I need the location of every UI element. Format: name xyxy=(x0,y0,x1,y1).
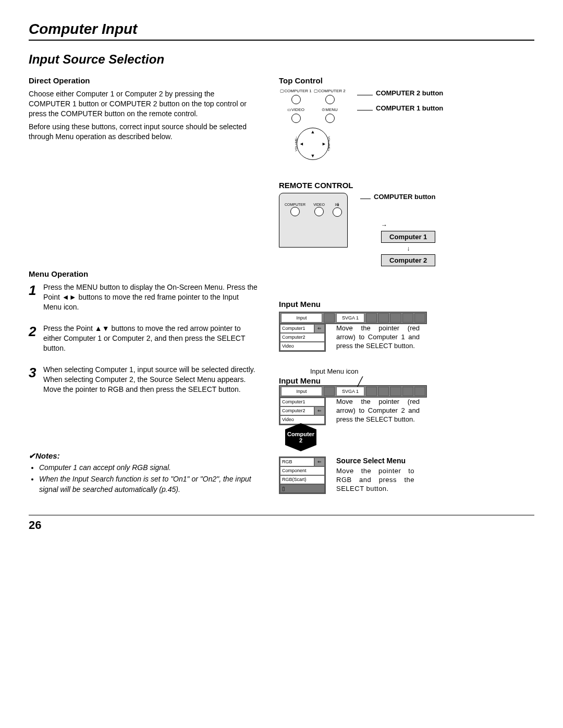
menu-button[interactable] xyxy=(325,114,335,123)
section-title: Input Source Selection xyxy=(29,52,534,67)
video-button[interactable] xyxy=(291,114,301,123)
tc-label-c2: COMPUTER 2 xyxy=(318,89,345,93)
step-number: 2 xyxy=(29,324,43,353)
page-number: 26 xyxy=(29,515,534,532)
step-2-text: Press the Point ▲▼ buttons to move the r… xyxy=(43,324,258,353)
note-item: Computer 1 can accept only RGB signal. xyxy=(39,463,258,473)
menu-operation-heading: Menu Operation xyxy=(29,269,258,278)
menu-icon xyxy=(378,387,389,396)
menu-tab-input: Input xyxy=(281,313,322,323)
input-menu-icon-label: Input Menu icon xyxy=(310,367,534,375)
dpad[interactable]: ▲ ▼ ◄ ► VOLUME− VOLUME+ xyxy=(297,128,329,160)
input-menu-heading: Input Menu xyxy=(279,300,534,309)
input-menu-heading: Input Menu xyxy=(279,376,321,385)
step-3a-text: When selecting Computer 1, input source … xyxy=(43,365,258,375)
step-number: 3 xyxy=(29,365,43,394)
menu-item[interactable]: Computer2 xyxy=(280,333,325,342)
menu-icon xyxy=(414,387,425,396)
tc-label-c1: COMPUTER 1 xyxy=(284,89,311,93)
up-arrow-icon: ▲ xyxy=(311,129,315,134)
remote-label-video: VIDEO xyxy=(313,203,325,206)
ss-item[interactable]: Component xyxy=(280,466,325,475)
chapter-title: Computer Input xyxy=(29,21,534,41)
direct-operation-p1: Choose either Computer 1 or Computer 2 b… xyxy=(29,89,258,119)
ss-item[interactable]: RGB(Scart) xyxy=(280,475,325,484)
step-3b-text: When selecting Computer 2, the Source Se… xyxy=(43,375,258,394)
direct-operation-p2: Before using these buttons, correct inpu… xyxy=(29,122,258,142)
left-column: Direct Operation Choose either Computer … xyxy=(29,76,258,510)
left-arrow-icon: ◄ xyxy=(299,141,304,146)
right-arrow-icon: ► xyxy=(322,141,326,146)
menu-icon xyxy=(324,313,335,323)
menu-icon xyxy=(366,313,377,323)
menu-icon xyxy=(324,387,335,396)
input-menu-1: Input Menu Input SVGA 1 Computer1⇐ Compu… xyxy=(279,300,534,352)
computer2-callout: COMPUTER 2 button xyxy=(376,89,443,97)
menu-item[interactable]: Computer1 xyxy=(280,324,314,333)
menu-icon xyxy=(402,387,413,396)
computer1-button[interactable] xyxy=(291,95,301,104)
computer1-callout: COMPUTER 1 button xyxy=(376,104,443,112)
vol-up-label: VOLUME+ xyxy=(328,137,331,152)
vol-down-label: VOLUME− xyxy=(295,137,298,152)
notes-block: ✔Notes: Computer 1 can accept only RGB s… xyxy=(29,451,258,495)
menu-item[interactable]: Computer2 xyxy=(280,406,314,415)
note-item: When the Input Search function is set to… xyxy=(39,474,258,495)
tc-label-video: VIDEO xyxy=(291,107,304,112)
remote-control-heading: REMOTE CONTROL xyxy=(279,181,534,190)
source-select-desc: Move the pointer to RGB and press the SE… xyxy=(336,467,414,493)
remote-computer-button[interactable] xyxy=(290,207,300,216)
menu-icon xyxy=(378,313,389,323)
arrow-icon: ⇐ xyxy=(314,406,325,415)
menu-tab-input: Input xyxy=(281,387,322,396)
computer2-button[interactable] xyxy=(325,95,335,104)
return-icon[interactable]: ▯ xyxy=(280,484,325,493)
step-1: 1 Press the MENU button to display the O… xyxy=(29,282,258,312)
remote-control-figure: COMPUTER VIDEO I/ϕ COMPUTER b xyxy=(279,193,534,268)
input-menu-2: Input Menu icon Input Menu ╱ Input SVGA … xyxy=(279,367,534,494)
step-2: 2 Press the Point ▲▼ buttons to move the… xyxy=(29,324,258,353)
menu-svga: SVGA 1 xyxy=(336,313,364,323)
leader-line-icon: ╱ xyxy=(357,379,363,385)
remote-power-button[interactable] xyxy=(333,207,342,217)
top-control-figure: ▢COMPUTER 1 ▢COMPUTER 2 ▭VIDEO ⊙MENU xyxy=(279,88,534,160)
menu-icon xyxy=(390,313,401,323)
menu-item[interactable]: Video xyxy=(280,342,325,351)
computer-button-callout: COMPUTER button xyxy=(374,193,435,201)
menu-svga: SVGA 1 xyxy=(336,387,364,396)
computer2-badge: Computer 2 xyxy=(285,429,316,445)
down-arrow-icon: ▼ xyxy=(311,153,315,158)
remote-label-power: I/ϕ xyxy=(333,203,342,207)
ss-item[interactable]: RGB xyxy=(280,458,314,466)
source-select-heading: Source Select Menu xyxy=(336,456,414,465)
menu-icon xyxy=(402,313,413,323)
arrow-icon: ⇐ xyxy=(314,324,325,333)
menu-icon xyxy=(366,387,377,396)
input-menu-1-desc: Move the pointer (red arrow) to Computer… xyxy=(336,324,420,351)
tc-label-menu: MENU xyxy=(325,107,338,112)
computer1-box: Computer 1 xyxy=(381,231,435,243)
notes-heading: ✔Notes: xyxy=(29,451,258,461)
step-number: 1 xyxy=(29,282,43,312)
source-select-menu-list: RGB⇐ Component RGB(Scart) ▯ xyxy=(279,456,326,494)
direct-operation-heading: Direct Operation xyxy=(29,76,258,85)
computer2-box: Computer 2 xyxy=(381,254,435,266)
remote-label-computer: COMPUTER xyxy=(285,203,305,206)
menu-icon xyxy=(390,387,401,396)
arrow-icon: ⇐ xyxy=(314,458,325,466)
remote-video-button[interactable] xyxy=(314,207,324,216)
top-control-heading: Top Control xyxy=(279,76,534,85)
menu-item[interactable]: Computer1 xyxy=(280,398,325,406)
right-column: Top Control ▢COMPUTER 1 ▢COMPUTER 2 ▭VID… xyxy=(279,76,534,510)
menu-icon xyxy=(414,313,425,323)
input-menu-2-desc: Move the pointer (red arrow) to Computer… xyxy=(336,398,420,424)
step-3: 3 When selecting Computer 1, input sourc… xyxy=(29,365,258,394)
step-1-text: Press the MENU button to display the On-… xyxy=(43,282,258,312)
